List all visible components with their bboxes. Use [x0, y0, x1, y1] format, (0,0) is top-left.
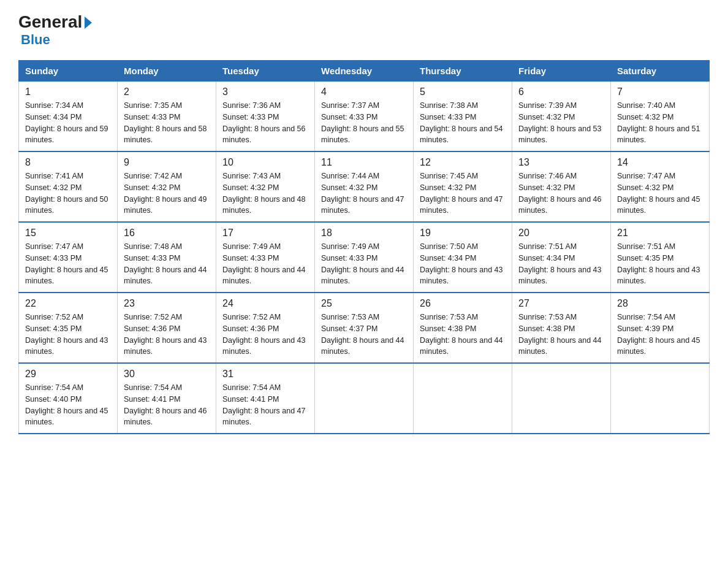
day-info: Sunrise: 7:44 AM Sunset: 4:32 PM Dayligh…	[321, 170, 407, 216]
header-tuesday: Tuesday	[216, 61, 315, 82]
day-info: Sunrise: 7:46 AM Sunset: 4:32 PM Dayligh…	[518, 170, 604, 216]
sunrise-label: Sunrise: 7:49 AM	[321, 242, 379, 251]
sunset-label: Sunset: 4:33 PM	[25, 254, 82, 262]
sunset-label: Sunset: 4:32 PM	[124, 183, 180, 192]
calendar-week-1: 1 Sunrise: 7:34 AM Sunset: 4:34 PM Dayli…	[19, 82, 710, 152]
sunrise-label: Sunrise: 7:52 AM	[222, 313, 281, 321]
daylight-label: Daylight: 8 hours and 43 minutes.	[222, 336, 306, 356]
calendar-cell: 14 Sunrise: 7:47 AM Sunset: 4:32 PM Dayl…	[611, 151, 710, 222]
day-info: Sunrise: 7:48 AM Sunset: 4:33 PM Dayligh…	[124, 241, 210, 287]
sunrise-label: Sunrise: 7:53 AM	[518, 313, 577, 321]
sunrise-label: Sunrise: 7:36 AM	[222, 101, 281, 110]
sunrise-label: Sunrise: 7:52 AM	[25, 313, 83, 321]
day-number: 11	[321, 157, 407, 168]
header-thursday: Thursday	[414, 61, 512, 82]
calendar-cell: 11 Sunrise: 7:44 AM Sunset: 4:32 PM Dayl…	[315, 151, 414, 222]
calendar-cell: 1 Sunrise: 7:34 AM Sunset: 4:34 PM Dayli…	[19, 82, 118, 152]
sunset-label: Sunset: 4:32 PM	[321, 183, 377, 192]
daylight-label: Daylight: 8 hours and 46 minutes.	[124, 407, 207, 427]
calendar-cell: 22 Sunrise: 7:52 AM Sunset: 4:35 PM Dayl…	[19, 293, 118, 363]
day-number: 30	[124, 369, 210, 380]
sunrise-label: Sunrise: 7:44 AM	[321, 172, 379, 180]
daylight-label: Daylight: 8 hours and 56 minutes.	[222, 124, 306, 145]
sunset-label: Sunset: 4:36 PM	[222, 324, 279, 333]
day-number: 21	[617, 228, 703, 239]
daylight-label: Daylight: 8 hours and 50 minutes.	[25, 195, 108, 215]
sunset-label: Sunset: 4:40 PM	[25, 395, 82, 404]
calendar-cell: 26 Sunrise: 7:53 AM Sunset: 4:38 PM Dayl…	[414, 293, 512, 363]
calendar-cell: 6 Sunrise: 7:39 AM Sunset: 4:32 PM Dayli…	[512, 82, 611, 152]
sunrise-label: Sunrise: 7:40 AM	[617, 101, 675, 110]
sunset-label: Sunset: 4:33 PM	[222, 254, 279, 262]
daylight-label: Daylight: 8 hours and 55 minutes.	[321, 124, 404, 145]
daylight-label: Daylight: 8 hours and 47 minutes.	[222, 407, 306, 427]
sunrise-label: Sunrise: 7:54 AM	[617, 313, 675, 321]
sunset-label: Sunset: 4:37 PM	[321, 324, 377, 333]
sunset-label: Sunset: 4:33 PM	[321, 254, 377, 262]
day-info: Sunrise: 7:54 AM Sunset: 4:41 PM Dayligh…	[222, 382, 308, 428]
sunrise-label: Sunrise: 7:52 AM	[124, 313, 182, 321]
calendar-cell	[315, 363, 414, 434]
daylight-label: Daylight: 8 hours and 53 minutes.	[518, 124, 602, 145]
day-number: 17	[222, 228, 308, 239]
day-info: Sunrise: 7:53 AM Sunset: 4:38 PM Dayligh…	[420, 312, 506, 358]
day-number: 4	[321, 86, 407, 98]
sunset-label: Sunset: 4:32 PM	[25, 183, 82, 192]
sunrise-label: Sunrise: 7:41 AM	[25, 172, 83, 180]
sunrise-label: Sunrise: 7:34 AM	[25, 101, 83, 110]
day-number: 19	[420, 228, 506, 239]
day-number: 16	[124, 228, 210, 239]
sunrise-label: Sunrise: 7:45 AM	[420, 172, 478, 180]
daylight-label: Daylight: 8 hours and 48 minutes.	[222, 195, 306, 215]
header-wednesday: Wednesday	[315, 61, 414, 82]
day-number: 18	[321, 228, 407, 239]
day-number: 6	[518, 86, 604, 98]
day-info: Sunrise: 7:37 AM Sunset: 4:33 PM Dayligh…	[321, 100, 407, 146]
header-sunday: Sunday	[19, 61, 118, 82]
sunset-label: Sunset: 4:32 PM	[518, 183, 575, 192]
sunset-label: Sunset: 4:32 PM	[420, 183, 476, 192]
day-info: Sunrise: 7:52 AM Sunset: 4:35 PM Dayligh…	[25, 312, 111, 358]
calendar-table: SundayMondayTuesdayWednesdayThursdayFrid…	[18, 60, 710, 434]
general-word: General	[18, 12, 82, 32]
daylight-label: Daylight: 8 hours and 46 minutes.	[518, 195, 602, 215]
daylight-label: Daylight: 8 hours and 45 minutes.	[25, 407, 108, 427]
daylight-label: Daylight: 8 hours and 47 minutes.	[420, 195, 503, 215]
day-info: Sunrise: 7:42 AM Sunset: 4:32 PM Dayligh…	[124, 170, 210, 216]
day-number: 25	[321, 298, 407, 309]
day-number: 31	[222, 369, 308, 380]
day-info: Sunrise: 7:54 AM Sunset: 4:39 PM Dayligh…	[617, 312, 703, 358]
sunrise-label: Sunrise: 7:49 AM	[222, 242, 281, 251]
sunrise-label: Sunrise: 7:47 AM	[617, 172, 675, 180]
sunrise-label: Sunrise: 7:47 AM	[25, 242, 83, 251]
day-number: 3	[222, 86, 308, 98]
daylight-label: Daylight: 8 hours and 58 minutes.	[124, 124, 207, 145]
logo: General Blue	[18, 12, 92, 48]
daylight-label: Daylight: 8 hours and 43 minutes.	[518, 266, 602, 286]
calendar-cell	[611, 363, 710, 434]
sunset-label: Sunset: 4:38 PM	[420, 324, 476, 333]
calendar-cell: 30 Sunrise: 7:54 AM Sunset: 4:41 PM Dayl…	[118, 363, 216, 434]
sunrise-label: Sunrise: 7:39 AM	[518, 101, 577, 110]
sunset-label: Sunset: 4:32 PM	[617, 183, 673, 192]
logo-general-text: General	[18, 12, 92, 32]
calendar-cell: 4 Sunrise: 7:37 AM Sunset: 4:33 PM Dayli…	[315, 82, 414, 152]
day-info: Sunrise: 7:41 AM Sunset: 4:32 PM Dayligh…	[25, 170, 111, 216]
sunset-label: Sunset: 4:35 PM	[25, 324, 82, 333]
header-friday: Friday	[512, 61, 611, 82]
sunrise-label: Sunrise: 7:43 AM	[222, 172, 281, 180]
day-info: Sunrise: 7:53 AM Sunset: 4:38 PM Dayligh…	[518, 312, 604, 358]
sunrise-label: Sunrise: 7:53 AM	[321, 313, 379, 321]
calendar-cell: 9 Sunrise: 7:42 AM Sunset: 4:32 PM Dayli…	[118, 151, 216, 222]
day-info: Sunrise: 7:36 AM Sunset: 4:33 PM Dayligh…	[222, 100, 308, 146]
day-info: Sunrise: 7:52 AM Sunset: 4:36 PM Dayligh…	[222, 312, 308, 358]
calendar-cell: 24 Sunrise: 7:52 AM Sunset: 4:36 PM Dayl…	[216, 293, 315, 363]
day-number: 2	[124, 86, 210, 98]
day-info: Sunrise: 7:43 AM Sunset: 4:32 PM Dayligh…	[222, 170, 308, 216]
daylight-label: Daylight: 8 hours and 44 minutes.	[124, 266, 207, 286]
calendar-cell: 20 Sunrise: 7:51 AM Sunset: 4:34 PM Dayl…	[512, 222, 611, 293]
daylight-label: Daylight: 8 hours and 45 minutes.	[617, 195, 700, 215]
day-number: 8	[25, 157, 111, 168]
calendar-cell: 17 Sunrise: 7:49 AM Sunset: 4:33 PM Dayl…	[216, 222, 315, 293]
sunset-label: Sunset: 4:41 PM	[222, 395, 279, 404]
